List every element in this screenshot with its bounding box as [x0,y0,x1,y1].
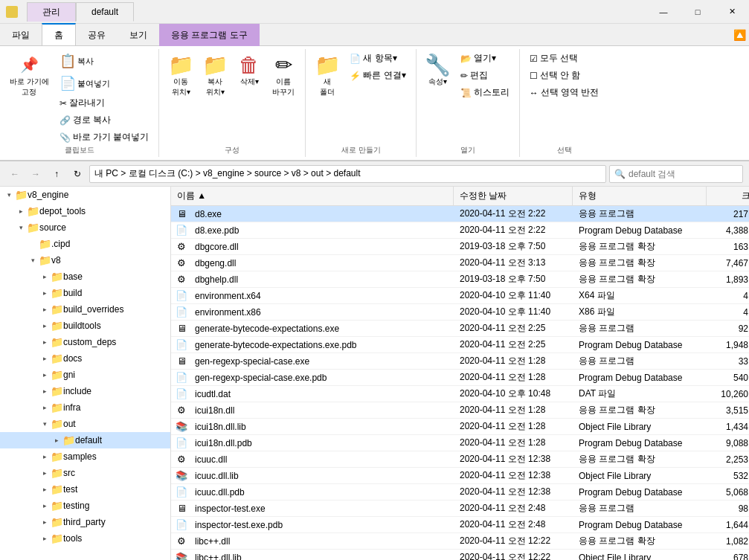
copy-button[interactable]: 📋 복사 [56,51,153,71]
file-row[interactable]: ⚙icuuc.dll2020-04-11 오전 12:38응용 프로그램 확장2… [171,451,749,468]
tree-label: tools [63,533,82,544]
file-row[interactable]: 🖥inspector-test.exe2020-04-11 오전 2:48응용 … [171,501,749,517]
file-row[interactable]: 🖥d8.exe2020-04-11 오전 2:22응용 프로그램217KB [171,206,749,222]
tree-item-base[interactable]: ▸📁base [0,268,170,285]
delete-button[interactable]: 🗑 삭제▾ [234,51,265,89]
title-tab-default[interactable]: default [76,2,134,22]
rename-button[interactable]: ✏ 이름바꾸기 [268,51,299,100]
up-button[interactable]: ↑ [48,165,65,183]
forward-button[interactable]: → [27,165,45,183]
ribbon-collapse-btn[interactable]: 🔼 [733,24,749,45]
tree-item-samples[interactable]: ▸📁samples [0,448,170,465]
tree-item-buildtools[interactable]: ▸📁buildtools [0,318,170,334]
file-row[interactable]: 📄gen-regexp-special-case.exe.pdb2020-04-… [171,370,749,386]
quick-access-button[interactable]: ⚡ 빠른 연결▾ [346,68,409,83]
file-icon: ⚙ [174,256,189,271]
tree-item-build[interactable]: ▸📁build [0,285,170,301]
tree-item-src[interactable]: ▸📁src [0,465,170,481]
tree-item-depot-tools[interactable]: ▸📁depot_tools [0,203,170,219]
title-tab-manage[interactable]: 관리 [27,2,76,22]
file-row[interactable]: ⚙dbghelp.dll2019-03-18 오후 7:50응용 프로그램 확장… [171,271,749,288]
file-row[interactable]: 📄generate-bytecode-expectations.exe.pdb2… [171,337,749,353]
history-button[interactable]: 📜 히스토리 [457,85,513,100]
tree-item-docs[interactable]: ▸📁docs [0,350,170,367]
file-row[interactable]: ⚙libc++.dll2020-04-11 오전 12:22응용 프로그램 확장… [171,533,749,550]
file-row[interactable]: 📚libc++.dll.lib2020-04-11 오전 12:22Object… [171,550,749,560]
col-header-type[interactable]: 유형 [573,187,707,205]
file-name: libc++.dll.lib [189,553,454,561]
tree-label: src [63,468,75,478]
select-none-button[interactable]: ☐ 선택 안 함 [526,68,603,83]
invert-select-button[interactable]: ↔ 선택 영역 반전 [526,85,603,100]
minimize-button[interactable]: — [646,0,681,24]
ribbon-tab-file[interactable]: 파일 [0,24,42,46]
properties-button[interactable]: 🔧 속성▾ [422,51,454,89]
file-name: icui18n.dll.pdb [189,438,454,448]
file-icon: 📄 [174,485,189,500]
pin-button[interactable]: 📌 바로 가기에고정 [6,51,53,100]
file-row[interactable]: ⚙icui18n.dll2020-04-11 오전 1:28응용 프로그램 확장… [171,402,749,419]
file-row[interactable]: 📄environment.x642020-04-10 오후 11:40X64 파… [171,288,749,304]
file-name: generate-bytecode-expectations.exe.pdb [189,340,454,350]
cut-button[interactable]: ✂ 잘라내기 [56,95,153,111]
folder-icon: 📁 [39,238,51,250]
open-button[interactable]: 📂 열기▾ [457,51,513,66]
folder-icon: 📁 [15,189,28,201]
copy-path-button[interactable]: 🔗 경로 복사 [56,112,153,128]
tree-item-build-overrides[interactable]: ▸📁build_overrides [0,301,170,318]
col-header-name[interactable]: 이름 ▲ [171,187,454,205]
ribbon-tab-app[interactable]: 응용 프로그램 도구 [159,24,260,46]
file-icon: 🖥 [174,207,189,222]
file-row[interactable]: 🖥gen-regexp-special-case.exe2020-04-11 오… [171,353,749,370]
close-button[interactable]: ✕ [715,0,749,24]
tree-item-custom-deps[interactable]: ▸📁custom_deps [0,334,170,350]
file-row[interactable]: 📚icuuc.dll.lib2020-04-11 오전 12:38Object … [171,468,749,484]
file-size: 1,434KB [707,422,749,432]
paste-button[interactable]: 📄 붙여넣기 [56,73,153,94]
file-date: 2020-04-11 오전 1:28 [454,420,573,433]
file-size: 10,260KB [707,389,749,399]
address-path[interactable]: 내 PC > 로컬 디스크 (C:) > v8_engine > source … [89,165,606,183]
tree-item-source[interactable]: ▾📁source [0,219,170,236]
tree-item-v8-engine[interactable]: ▾📁v8_engine [0,187,170,203]
new-item-button[interactable]: 📄 새 항목▾ [346,51,409,66]
paste-shortcut-button[interactable]: 📎 바로 가기 붙여넣기 [56,129,153,145]
file-row[interactable]: 📄icui18n.dll.pdb2020-04-11 오전 1:28Progra… [171,435,749,451]
tree-item-tools[interactable]: ▸📁tools [0,530,170,547]
refresh-button[interactable]: ↻ [68,165,86,183]
file-row[interactable]: 📄d8.exe.pdb2020-04-11 오전 2:22Program Deb… [171,222,749,239]
move-button[interactable]: 📁 이동위치▾ [165,51,196,100]
maximize-button[interactable]: □ [681,0,715,24]
new-folder-button[interactable]: 📁 새폴더 [312,51,343,100]
col-header-date[interactable]: 수정한 날짜 [454,187,573,205]
tree-item-out[interactable]: ▾📁out [0,416,170,432]
tree-item-include[interactable]: ▸📁include [0,383,170,399]
file-row[interactable]: 📄icudtl.dat2020-04-10 오후 10:48DAT 파일10,2… [171,386,749,402]
sidebar: ▾📁v8_engine▸📁depot_tools▾📁source📁.cipd▾📁… [0,187,171,560]
ribbon-tab-home[interactable]: 홈 [42,23,76,45]
file-row[interactable]: ⚙dbgcore.dll2019-03-18 오후 7:50응용 프로그램 확장… [171,239,749,255]
ribbon-tab-share[interactable]: 공유 [76,24,118,46]
file-row[interactable]: 📚icui18n.dll.lib2020-04-11 오전 1:28Object… [171,419,749,435]
ribbon-tab-view[interactable]: 보기 [118,24,159,46]
tree-item-third-party[interactable]: ▸📁third_party [0,514,170,530]
file-row[interactable]: 🖥generate-bytecode-expectations.exe2020-… [171,321,749,337]
file-row[interactable]: 📄icuuc.dll.pdb2020-04-11 오전 12:38Program… [171,484,749,501]
file-row[interactable]: 📄inspector-test.exe.pdb2020-04-11 오전 2:4… [171,517,749,533]
tree-item-v8[interactable]: ▾📁v8 [0,252,170,268]
tree-item-testing[interactable]: ▸📁testing [0,498,170,514]
select-all-button[interactable]: ☑ 모두 선택 [526,51,603,66]
tree-item--cipd[interactable]: 📁.cipd [0,236,170,252]
tree-item-test[interactable]: ▸📁test [0,481,170,498]
file-row[interactable]: 📄environment.x862020-04-10 오후 11:40X86 파… [171,304,749,321]
edit-button[interactable]: ✏ 편집 [457,68,513,83]
tree-item-default[interactable]: ▸📁default [0,432,170,448]
search-input[interactable] [629,169,738,179]
col-header-size[interactable]: 크기 [707,187,749,205]
file-row[interactable]: ⚙dbgeng.dll2020-04-11 오전 3:13응용 프로그램 확장7… [171,255,749,271]
file-type: 응용 프로그램 확장 [573,535,707,547]
tree-item-gni[interactable]: ▸📁gni [0,367,170,383]
tree-item-infra[interactable]: ▸📁infra [0,399,170,416]
back-button[interactable]: ← [6,165,24,183]
copy-to-button[interactable]: 📁 복사위치▾ [199,51,231,100]
